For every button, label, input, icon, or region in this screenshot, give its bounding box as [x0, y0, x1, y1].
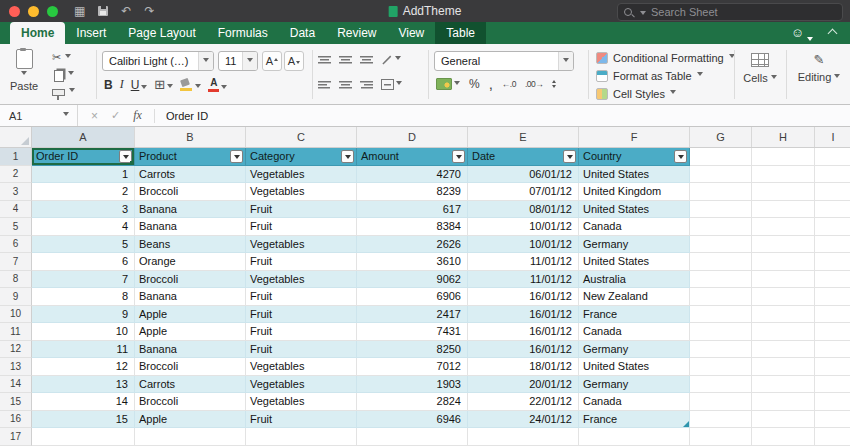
cell-F9[interactable]: New Zealand — [579, 288, 690, 306]
cell-G5[interactable] — [690, 218, 752, 236]
cell-G4[interactable] — [690, 201, 752, 219]
filter-button[interactable] — [341, 150, 354, 163]
row-header-10[interactable]: 10 — [0, 306, 32, 324]
view-grid-icon[interactable]: ▦ — [74, 5, 85, 17]
save-icon[interactable] — [98, 6, 108, 16]
cell-G15[interactable] — [690, 393, 752, 411]
cell-E7[interactable]: 11/01/12 — [468, 253, 579, 271]
tab-page-layout[interactable]: Page Layout — [117, 22, 206, 44]
cell-B14[interactable]: Carrots — [135, 376, 246, 394]
row-header-17[interactable]: 17 — [0, 428, 32, 446]
cell-D14[interactable]: 1903 — [357, 376, 468, 394]
cell-C13[interactable]: Vegetables — [246, 358, 357, 376]
cut-button[interactable]: ✂ — [52, 51, 75, 64]
row-header-8[interactable]: 8 — [0, 271, 32, 289]
tab-review[interactable]: Review — [326, 22, 387, 44]
search-input[interactable]: Search Sheet — [617, 3, 843, 21]
cell-G13[interactable] — [690, 358, 752, 376]
editing-button[interactable]: ✎ Editing — [790, 53, 848, 83]
cell-B16[interactable]: Apple — [135, 411, 246, 429]
cell-B17[interactable] — [135, 428, 246, 446]
cell-C4[interactable]: Fruit — [246, 201, 357, 219]
cell-B9[interactable]: Banana — [135, 288, 246, 306]
column-header-F[interactable]: F — [579, 127, 690, 147]
cell-F5[interactable]: Canada — [579, 218, 690, 236]
conditional-formatting-button[interactable]: Conditional Formatting — [596, 50, 735, 65]
cell-C15[interactable]: Vegetables — [246, 393, 357, 411]
cell-A4[interactable]: 3 — [32, 201, 135, 219]
column-header-D[interactable]: D — [357, 127, 468, 147]
cell-F14[interactable]: Germany — [579, 376, 690, 394]
paste-button[interactable]: Paste — [6, 49, 42, 101]
cell-A13[interactable]: 12 — [32, 358, 135, 376]
cell-C9[interactable]: Fruit — [246, 288, 357, 306]
align-middle-button[interactable] — [339, 54, 352, 65]
column-header-B[interactable]: B — [135, 127, 246, 147]
cell-F13[interactable]: United States — [579, 358, 690, 376]
cancel-entry-icon[interactable]: × — [91, 109, 98, 123]
feedback-smiley-icon[interactable]: ☺ — [791, 22, 804, 44]
format-painter-button[interactable] — [52, 85, 75, 98]
cell-F6[interactable]: Germany — [579, 236, 690, 254]
cell-A7[interactable]: 6 — [32, 253, 135, 271]
row-header-15[interactable]: 15 — [0, 393, 32, 411]
table-resize-handle[interactable] — [683, 421, 689, 427]
cell-B15[interactable]: Broccoli — [135, 393, 246, 411]
cell-H8[interactable] — [752, 271, 815, 289]
tab-data[interactable]: Data — [279, 22, 326, 44]
cell-H15[interactable] — [752, 393, 815, 411]
copy-button[interactable] — [52, 68, 75, 81]
cell-I17[interactable] — [815, 428, 850, 446]
cell-C12[interactable]: Fruit — [246, 341, 357, 359]
cell-D3[interactable]: 8239 — [357, 183, 468, 201]
format-as-table-button[interactable]: Format as Table — [596, 68, 703, 83]
cell-A12[interactable]: 11 — [32, 341, 135, 359]
row-header-4[interactable]: 4 — [0, 201, 32, 219]
cell-H1[interactable] — [752, 148, 815, 166]
align-right-button[interactable] — [360, 79, 373, 90]
italic-button[interactable]: I — [120, 77, 124, 92]
name-box[interactable]: A1 — [0, 105, 78, 126]
cell-I4[interactable] — [815, 201, 850, 219]
cell-I16[interactable] — [815, 411, 850, 429]
cell-D8[interactable]: 9062 — [357, 271, 468, 289]
cell-E8[interactable]: 11/01/12 — [468, 271, 579, 289]
cell-styles-button[interactable]: Cell Styles — [596, 86, 676, 101]
font-size-select[interactable]: 11 — [218, 51, 258, 71]
cell-F3[interactable]: United Kingdom — [579, 183, 690, 201]
cell-E13[interactable]: 18/01/12 — [468, 358, 579, 376]
cell-H10[interactable] — [752, 306, 815, 324]
number-format-dropdown[interactable] — [558, 52, 573, 70]
font-name-dropdown[interactable] — [198, 52, 213, 70]
row-header-14[interactable]: 14 — [0, 376, 32, 394]
tab-view[interactable]: View — [387, 22, 435, 44]
cell-H3[interactable] — [752, 183, 815, 201]
cell-C14[interactable]: Vegetables — [246, 376, 357, 394]
insert-function-button[interactable]: fx — [133, 108, 142, 123]
cell-E11[interactable]: 16/01/12 — [468, 323, 579, 341]
row-header-12[interactable]: 12 — [0, 341, 32, 359]
font-size-dropdown[interactable] — [242, 52, 257, 70]
cell-E5[interactable]: 10/01/12 — [468, 218, 579, 236]
borders-button[interactable]: ⊞ — [154, 78, 173, 91]
cell-I1[interactable] — [815, 148, 850, 166]
cell-D7[interactable]: 3610 — [357, 253, 468, 271]
undo-icon[interactable]: ↶ — [121, 5, 131, 17]
cell-I11[interactable] — [815, 323, 850, 341]
currency-button[interactable] — [436, 78, 460, 90]
shrink-font-button[interactable]: A — [284, 51, 304, 71]
tab-home[interactable]: Home — [10, 22, 65, 44]
cell-H13[interactable] — [752, 358, 815, 376]
cell-G2[interactable] — [690, 166, 752, 184]
percent-button[interactable]: % — [469, 77, 480, 91]
number-format-select[interactable]: General — [434, 51, 574, 71]
cell-H14[interactable] — [752, 376, 815, 394]
cell-G11[interactable] — [690, 323, 752, 341]
row-header-16[interactable]: 16 — [0, 411, 32, 429]
cell-H5[interactable] — [752, 218, 815, 236]
cell-G8[interactable] — [690, 271, 752, 289]
row-header-6[interactable]: 6 — [0, 236, 32, 254]
underline-button[interactable]: U — [131, 78, 148, 92]
cell-H4[interactable] — [752, 201, 815, 219]
selected-cell-A1[interactable]: Order ID — [32, 148, 135, 166]
